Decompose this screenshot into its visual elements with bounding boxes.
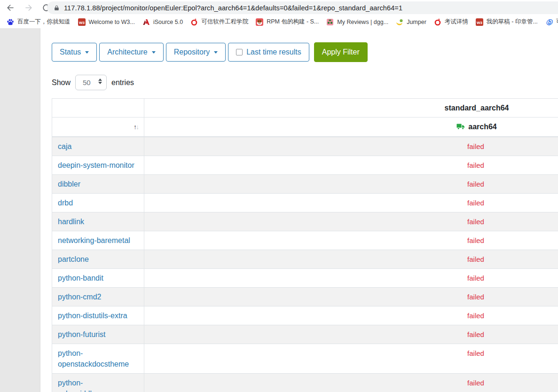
table-row: drbd failed (52, 194, 558, 212)
build-status-link[interactable]: failed (467, 255, 484, 263)
package-cell: python-cmd2 (52, 288, 144, 306)
table-row: caja failed (52, 137, 558, 156)
back-icon[interactable] (5, 2, 16, 13)
bookmark-item[interactable]: RPM 包的构建 - S... (252, 16, 322, 27)
status-filter-label: Status (60, 47, 81, 57)
package-link[interactable]: dibbler (58, 179, 136, 189)
status-cell: failed (144, 269, 558, 288)
package-link[interactable]: python-openstackdocstheme (58, 348, 136, 369)
build-status-link[interactable]: failed (467, 274, 484, 282)
apply-filter-button[interactable]: Apply Filter (314, 42, 368, 62)
package-sort-header[interactable]: ↑↓ (52, 118, 144, 137)
package-link[interactable]: python-futurist (58, 329, 136, 340)
table-row: python-bandit failed (52, 269, 558, 288)
bookmark-item[interactable]: iSource 5.0 (139, 17, 187, 27)
bookmark-item[interactable]: 可信软件工程学院 (187, 16, 252, 27)
select-arrows-icon (98, 78, 102, 84)
red-ring-icon (190, 18, 198, 26)
last-time-results-toggle[interactable]: Last time results (228, 43, 309, 62)
w3-badge-icon: W3 (476, 18, 483, 26)
sort-icon[interactable]: ↑↓ (134, 123, 138, 131)
status-cell: failed (144, 344, 558, 374)
package-link[interactable]: python-oslo.middleware (58, 377, 136, 392)
chevron-down-icon (152, 51, 156, 54)
build-status-link[interactable]: failed (467, 236, 484, 244)
status-cell: failed (144, 231, 558, 250)
jumper-bird-icon (396, 18, 403, 26)
w3-badge-icon: W3 (78, 18, 86, 26)
bookmark-label: Welcome to W3... (89, 19, 135, 25)
bookmark-label: My Reviews | dgg... (337, 19, 388, 25)
build-status-link[interactable]: failed (467, 312, 484, 320)
status-cell: failed (144, 175, 558, 194)
status-cell: failed (144, 156, 558, 175)
table-row: python-openstackdocstheme failed (52, 344, 558, 374)
table-row: python-futurist failed (52, 325, 558, 344)
architecture-filter-dropdown[interactable]: Architecture (99, 43, 163, 62)
monkey-face-icon (256, 18, 263, 26)
repository-filter-dropdown[interactable]: Repository (166, 43, 226, 62)
table-row: networking-baremetal failed (52, 231, 558, 250)
build-status-link[interactable]: failed (467, 379, 484, 387)
bookmark-item[interactable]: My Reviews | dgg... (322, 17, 392, 27)
bookmark-item[interactable]: W3 我的草稿 - 印章管... (472, 16, 542, 27)
https-lock-icon[interactable] (54, 4, 60, 11)
build-status-link[interactable]: failed (467, 293, 484, 301)
bookmark-item[interactable]: ⓑ 可 (542, 16, 558, 27)
package-cell: hardlink (52, 212, 144, 231)
package-link[interactable]: python-cmd2 (58, 291, 136, 302)
bookmark-item[interactable]: W3 Welcome to W3... (74, 17, 139, 27)
repository-header: standard_aarch64 (144, 99, 558, 118)
bookmarks-bar: 百度一下，你就知道 W3 Welcome to W3... iSource 5.… (0, 16, 558, 28)
package-link[interactable]: drbd (58, 197, 136, 208)
red-ring-icon (434, 18, 441, 26)
package-cell: dibbler (52, 175, 144, 194)
entries-value: 50 (83, 78, 91, 86)
entries-label: entries (111, 78, 134, 87)
bookmark-item[interactable]: 考试详情 (430, 16, 472, 27)
package-link[interactable]: partclone (58, 254, 136, 265)
filter-toolbar: Status Architecture Repository Last time… (52, 42, 558, 62)
build-status-link[interactable]: failed (467, 161, 484, 169)
entries-per-page-select[interactable]: 50 (75, 75, 107, 90)
blue-b-icon: ⓑ (545, 18, 553, 26)
bookmark-label: 百度一下，你就知道 (17, 18, 71, 26)
build-status-link[interactable]: failed (467, 349, 484, 357)
forward-icon[interactable] (23, 2, 34, 13)
build-status-link[interactable]: failed (467, 180, 484, 188)
table-row: python-distutils-extra failed (52, 306, 558, 325)
browser-window: 117.78.1.88/project/monitor/openEuler:Ep… (0, 0, 558, 392)
package-cell: caja (52, 137, 144, 156)
package-link[interactable]: python-distutils-extra (58, 310, 136, 321)
build-status-link[interactable]: failed (467, 142, 484, 150)
status-filter-dropdown[interactable]: Status (52, 43, 97, 62)
build-status-link[interactable]: failed (467, 330, 484, 338)
status-cell: failed (144, 212, 558, 231)
build-status-link[interactable]: failed (467, 199, 484, 207)
last-time-results-checkbox[interactable] (236, 49, 243, 55)
show-label: Show (52, 78, 71, 87)
bookmark-label: RPM 包的构建 - S... (267, 18, 319, 26)
package-link[interactable]: python-bandit (58, 273, 136, 283)
package-link[interactable]: hardlink (58, 216, 136, 227)
status-cell: failed (144, 325, 558, 344)
package-link[interactable]: caja (58, 141, 136, 152)
repository-filter-label: Repository (174, 47, 210, 57)
package-link[interactable]: networking-baremetal (58, 235, 136, 246)
bookmark-item[interactable]: 百度一下，你就知道 (3, 16, 74, 27)
bookmark-label: 我的草稿 - 印章管... (487, 18, 538, 26)
svg-text:W3: W3 (79, 20, 85, 24)
table-row: deepin-system-monitor failed (52, 156, 558, 175)
table-row: python-oslo.middleware failed (52, 374, 558, 392)
package-link[interactable]: deepin-system-monitor (58, 160, 136, 171)
isource-a-icon (142, 18, 150, 26)
address-bar[interactable]: 117.78.1.88/project/monitor/openEuler:Ep… (47, 1, 558, 14)
architecture-header[interactable]: aarch64 (144, 118, 558, 137)
build-status-link[interactable]: failed (467, 218, 484, 226)
url-text: 117.78.1.88/project/monitor/openEuler:Ep… (64, 4, 402, 12)
chevron-down-icon (85, 51, 89, 54)
monitor-page: Status Architecture Repository Last time… (0, 28, 558, 392)
bookmark-item[interactable]: Jumper (392, 17, 430, 27)
bookmark-label: Jumper (407, 19, 426, 25)
bookmark-label: 可 (556, 18, 558, 26)
